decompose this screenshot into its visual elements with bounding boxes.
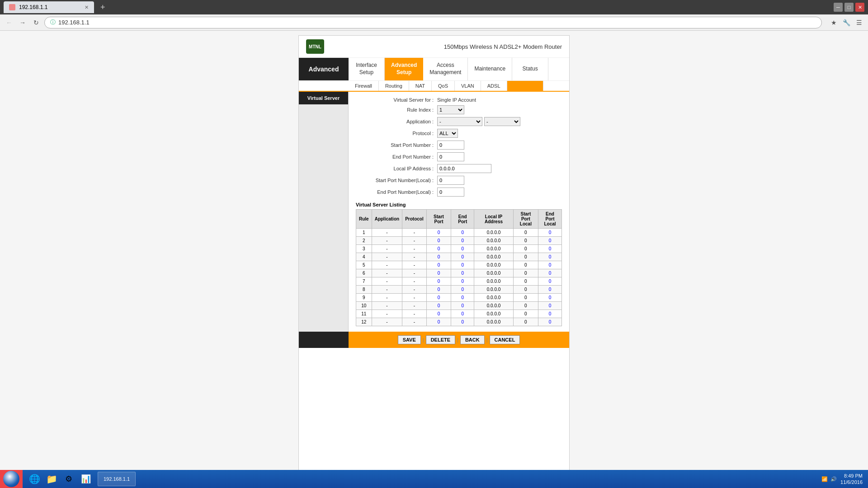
local-ip-input[interactable] [437,164,491,173]
protocol-select[interactable]: ALLTCPUDP [437,129,458,138]
table-row: 3 - - 0 0 0.0.0.0 0 0 [356,245,562,253]
tab-favicon [9,4,15,10]
vs-for-value: Single IP Account [437,97,476,103]
tab-advanced-setup[interactable]: AdvancedSetup [385,58,423,80]
nav-sidebar-label: Advanced [299,58,349,80]
col-application: Application [372,210,402,229]
footer-buttons: SAVE | DELETE | BACK | CANCEL [349,332,569,348]
forward-button[interactable]: → [17,17,28,28]
nav-tabs-container: Advanced InterfaceSetup AdvancedSetup Ac… [299,58,569,92]
application-select-2[interactable]: - [484,117,520,126]
table-row: 5 - - 0 0 0.0.0.0 0 0 [356,261,562,269]
end-port-local-row: End Port Number(Local) : [356,188,562,197]
taskbar-excel-icon[interactable]: 📊 [78,471,94,487]
application-select-1[interactable]: - [437,117,482,126]
col-start-port: Start Port [426,210,451,229]
new-tab-button[interactable]: + [98,3,108,12]
start-button[interactable] [0,470,23,488]
taskbar: 🌐 📁 ⚙ 📊 192.168.1.1 📶 🔊 8:49 PM 11/6/201… [0,470,868,488]
clock-time: 8:49 PM [844,473,863,479]
content-panel: Virtual Server for : Single IP Account R… [349,92,569,332]
end-port-local-input[interactable] [437,188,464,197]
end-port-label: End Port Number : [356,154,437,160]
volume-icon: 🔊 [830,476,837,482]
address-text: 192.168.1.1 [58,19,90,26]
table-row: 2 - - 0 0 0.0.0.0 0 0 [356,237,562,245]
sub-tab-vlan[interactable]: VLAN [455,81,481,91]
extensions-button[interactable]: 🔧 [841,17,852,28]
logo-text: MTNL [309,44,321,49]
secure-icon: ⓘ [50,19,56,26]
table-row: 7 - - 0 0 0.0.0.0 0 0 [356,277,562,286]
tab-maintenance[interactable]: Maintenance [468,58,512,80]
minimize-button[interactable]: ─ [834,3,843,12]
start-port-label: Start Port Number : [356,142,437,148]
table-row: 11 - - 0 0 0.0.0.0 0 0 [356,310,562,318]
maximize-button[interactable]: □ [844,3,854,12]
col-end-port: End Port [451,210,474,229]
taskbar-apps: 🌐 📁 ⚙ 📊 [23,471,98,487]
sidebar-title: Virtual Server [299,92,348,104]
taskbar-right: 📶 🔊 8:49 PM 11/6/2016 [816,473,868,486]
local-ip-label: Local IP Address : [356,166,437,171]
clock-date: 11/6/2016 [840,479,863,485]
save-button[interactable]: SAVE [398,335,421,344]
table-row: 1 - - 0 0 0.0.0.0 0 0 [356,229,562,237]
start-port-local-label: Start Port Number(Local) : [356,178,437,183]
toolbar-icons: ★ 🔧 ☰ [828,17,864,28]
tab-status[interactable]: Status [512,58,548,80]
sub-tab-routing[interactable]: Routing [379,81,409,91]
col-protocol: Protocol [402,210,427,229]
cancel-button[interactable]: CANCEL [490,335,520,344]
taskbar-ie-icon[interactable]: 🌐 [26,471,42,487]
tab-interface-setup[interactable]: InterfaceSetup [349,58,385,80]
table-row: 9 - - 0 0 0.0.0.0 0 0 [356,294,562,302]
main-content: Virtual Server Virtual Server for : Sing… [299,92,569,332]
table-row: 6 - - 0 0 0.0.0.0 0 0 [356,269,562,277]
taskbar-browser-window[interactable]: 192.168.1.1 [98,472,136,486]
col-ep-local: End PortLocal [538,210,561,229]
taskbar-folder-icon[interactable]: 📁 [43,471,60,487]
delete-button[interactable]: DELETE [426,335,455,344]
application-selects: - - [437,117,520,126]
start-orb [3,471,19,487]
rule-index-label: Rule Index : [356,107,437,113]
end-port-input[interactable] [437,152,464,161]
taskbar-sys-icons: 📶 🔊 [821,476,837,482]
sub-tab-virtual-server[interactable] [507,81,543,91]
tab-close-button[interactable]: ✕ [85,5,89,10]
vs-for-label: Virtual Server for : [356,97,437,103]
local-ip-row: Local IP Address : [356,164,562,173]
taskbar-window-title: 192.168.1.1 [104,476,130,482]
start-port-local-input[interactable] [437,176,464,185]
reload-button[interactable]: ↻ [31,17,42,28]
sub-tab-qos[interactable]: QoS [432,81,455,91]
menu-button[interactable]: ☰ [854,17,864,28]
page-content: MTNL 150Mbps Wireless N ADSL2+ Modem Rou… [0,31,868,488]
virtual-server-form: Virtual Server for : Single IP Account R… [356,97,562,197]
close-button[interactable]: ✕ [855,3,864,12]
address-bar[interactable]: ⓘ 192.168.1.1 [44,17,822,28]
start-port-local-row: Start Port Number(Local) : [356,176,562,185]
sub-tab-adsl[interactable]: ADSL [481,81,507,91]
col-local-ip: Local IP Address [474,210,514,229]
back-button[interactable]: ← [4,17,14,28]
window-controls: ─ □ ✕ [834,3,864,12]
application-row: Application : - - [356,117,562,126]
sub-tab-firewall[interactable]: Firewall [349,81,379,91]
tab-access-management[interactable]: AccessManagement [423,58,468,80]
rule-index-select[interactable]: 1234 5678 9101112 [437,105,464,114]
back-button[interactable]: BACK [460,335,485,344]
mtnl-logo: MTNL [306,39,324,54]
browser-tab[interactable]: 192.168.1.1 ✕ [4,1,94,13]
footer-sidebar [299,332,349,348]
sub-tabs: Firewall Routing NAT QoS VLAN ADSL [349,80,569,91]
table-row: 8 - - 0 0 0.0.0.0 0 0 [356,286,562,294]
bookmark-star-button[interactable]: ★ [828,17,839,28]
listing-table: Rule Application Protocol Start Port End… [356,209,562,326]
listing-label: Virtual Server Listing [356,202,562,207]
taskbar-chrome-icon[interactable]: ⚙ [61,471,77,487]
sub-tab-nat[interactable]: NAT [409,81,432,91]
nav-tabs-main: Advanced InterfaceSetup AdvancedSetup Ac… [299,58,569,80]
start-port-input[interactable] [437,141,464,150]
